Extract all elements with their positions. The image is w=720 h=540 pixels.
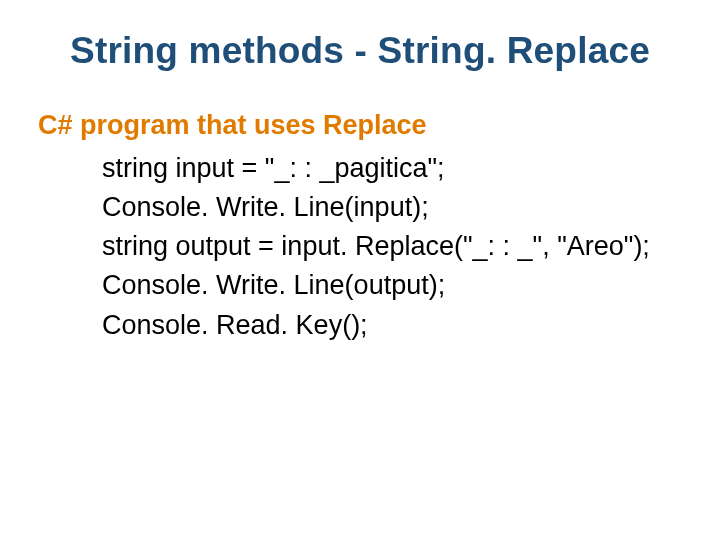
- slide-subtitle: C# program that uses Replace: [38, 110, 690, 141]
- code-line: string input = "_: : _pagitica";: [102, 149, 690, 188]
- slide: String methods - String. Replace C# prog…: [0, 0, 720, 540]
- code-block: string input = "_: : _pagitica"; Console…: [102, 149, 690, 345]
- code-line: string output = input. Replace("_: : _",…: [102, 227, 690, 266]
- code-line: Console. Write. Line(input);: [102, 188, 690, 227]
- code-line: Console. Write. Line(output);: [102, 266, 690, 305]
- code-line: Console. Read. Key();: [102, 306, 690, 345]
- slide-title: String methods - String. Replace: [30, 30, 690, 72]
